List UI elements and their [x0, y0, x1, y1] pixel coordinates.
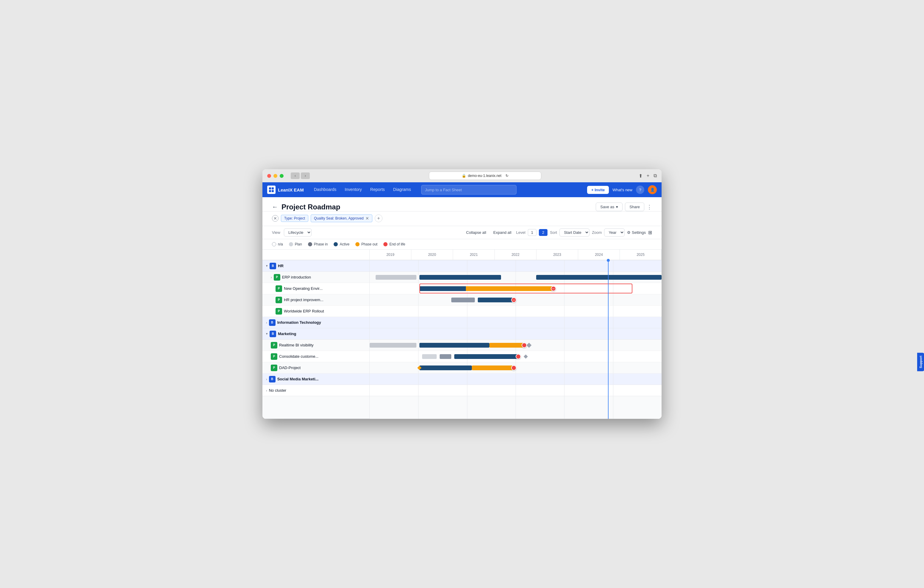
realtime-name[interactable]: Realtime BI visibility	[279, 343, 314, 347]
worldwide-name[interactable]: Worldwide ERP Rollout	[284, 309, 324, 313]
svg-rect-0	[269, 187, 271, 190]
row-label-dad: P DAD-Project	[262, 362, 370, 373]
quality-filter-close[interactable]: ✕	[365, 216, 369, 221]
page-actions: Save as ▾ Share ⋮	[596, 203, 652, 211]
dad-bar-phaseout	[472, 365, 513, 370]
sort-select[interactable]: Start Date	[559, 228, 589, 236]
it-expand-icon[interactable]: ›	[266, 321, 267, 324]
it-name[interactable]: Information Technology	[277, 320, 321, 325]
help-button[interactable]: ?	[636, 186, 644, 194]
gantt-wrapper: ▾ B HR › P ERP introduction P New Operat…	[262, 249, 662, 419]
maximize-button[interactable]	[280, 174, 284, 178]
row-label-marketing: ▾ B Marketing	[262, 328, 370, 340]
share-button[interactable]: Share	[625, 203, 644, 211]
dad-name[interactable]: DAD-Project	[279, 365, 300, 370]
add-filter-button[interactable]: +	[375, 215, 383, 222]
legend-active-label: Active	[340, 242, 350, 246]
no-cluster-name[interactable]: No cluster	[269, 388, 287, 393]
marketing-expand-icon[interactable]: ▾	[266, 332, 268, 336]
new-op-bar-phaseout	[466, 286, 553, 291]
grid-2023-nop	[564, 283, 564, 294]
grid-2020-it	[418, 317, 419, 328]
marketing-name[interactable]: Marketing	[278, 332, 296, 336]
social-name[interactable]: Social Media Marketi...	[277, 377, 319, 381]
gantt-main: ▾ B HR › P ERP introduction P New Operat…	[262, 249, 662, 419]
consolidate-bar-active	[454, 354, 518, 359]
it-badge: B	[269, 319, 276, 326]
back-button[interactable]: ←	[272, 203, 278, 210]
erp-expand-icon[interactable]: ›	[271, 276, 272, 279]
hr-proj-bar-phasein	[451, 297, 475, 302]
gantt-chart: 2019 2020 2021 2022 2023	[370, 249, 662, 419]
grid-2022-mkt	[516, 328, 516, 339]
minimize-button[interactable]	[274, 174, 277, 178]
chart-row-new-op: —	[370, 283, 662, 294]
whats-new-link[interactable]: What's new	[612, 188, 632, 192]
search-container	[421, 185, 516, 195]
zoom-select[interactable]: Year	[604, 228, 625, 236]
chart-row-no-cluster	[370, 385, 662, 396]
chart-row-marketing	[370, 328, 662, 340]
new-op-name[interactable]: New Operating Envir...	[284, 286, 323, 291]
collapse-all-button[interactable]: Collapse all	[464, 229, 488, 236]
avatar[interactable]: 👤	[648, 185, 657, 194]
brand: LeanIX EAM	[267, 186, 304, 194]
invite-button[interactable]: + Invite	[587, 186, 609, 194]
dad-end-marker	[511, 365, 516, 370]
chart-row-hr-proj: —	[370, 294, 662, 306]
row-label-worldwide: P Worldwide ERP Rollout	[262, 306, 370, 317]
nav-reports[interactable]: Reports	[366, 182, 389, 197]
grid-2023-hrp	[564, 294, 564, 305]
nav-inventory[interactable]: Inventory	[340, 182, 366, 197]
chart-row-consolidate	[370, 351, 662, 362]
chart-row-empty	[370, 396, 662, 419]
row-label-social: › B Social Media Marketi...	[262, 373, 370, 385]
legend-eol-icon	[383, 242, 388, 246]
row-label-new-op: P New Operating Envir...	[262, 283, 370, 294]
level-2-button[interactable]: 2	[539, 229, 548, 236]
erp-name[interactable]: ERP introduction	[282, 275, 311, 279]
grid-2020-con	[418, 351, 419, 362]
reload-icon[interactable]: ↻	[505, 173, 508, 178]
social-badge: B	[269, 376, 276, 382]
save-as-button[interactable]: Save as ▾	[596, 203, 622, 211]
back-nav-button[interactable]: ‹	[291, 172, 300, 179]
grid-2022	[516, 260, 516, 271]
share-icon[interactable]: ⬆	[639, 173, 642, 179]
forward-nav-button[interactable]: ›	[301, 172, 310, 179]
hr-name[interactable]: HR	[278, 264, 284, 268]
dad-bar-active	[419, 365, 472, 370]
social-expand-icon[interactable]: ›	[266, 377, 267, 381]
chart-row-hr	[370, 260, 662, 272]
svg-rect-1	[272, 187, 274, 190]
view-select[interactable]: Lifecycle	[284, 228, 312, 236]
windows-icon[interactable]: ⧉	[653, 173, 657, 178]
consolidate-name[interactable]: Consolidate custome...	[279, 354, 318, 358]
hr-proj-end-marker: —	[511, 297, 516, 303]
settings-button[interactable]: ⚙ Settings	[627, 230, 646, 235]
search-input[interactable]	[421, 185, 516, 195]
nav-dashboards[interactable]: Dashboards	[310, 182, 341, 197]
expand-all-button[interactable]: Expand all	[491, 229, 514, 236]
row-label-realtime: P Realtime BI visibility	[262, 340, 370, 351]
grid-2023-nc	[564, 385, 564, 396]
app-window: ‹ › 🔒 demo-eu-1.leanix.net ↻ ⬆ + ⧉ LeanI…	[262, 169, 662, 419]
hr-expand-icon[interactable]: ▾	[266, 264, 268, 268]
hr-proj-name[interactable]: HR project improvem...	[284, 297, 323, 302]
chart-row-social	[370, 373, 662, 385]
legend-active-icon	[333, 242, 338, 246]
nav-diagrams[interactable]: Diagrams	[389, 182, 415, 197]
new-tab-icon[interactable]: +	[647, 173, 649, 178]
clear-filters-button[interactable]: ✕	[272, 215, 279, 221]
no-cluster-expand-icon[interactable]: ›	[266, 389, 267, 392]
grid-2023-con	[564, 351, 564, 362]
brand-icon	[267, 186, 276, 194]
year-2023: 2023	[536, 249, 578, 260]
grid-view-button[interactable]: ⊞	[648, 230, 652, 235]
chart-row-it	[370, 317, 662, 328]
legend-na: n/a	[272, 242, 283, 246]
svg-rect-3	[272, 190, 274, 192]
level-1-button[interactable]: 1	[528, 229, 536, 236]
more-options-button[interactable]: ⋮	[647, 204, 652, 210]
close-button[interactable]	[267, 174, 271, 178]
